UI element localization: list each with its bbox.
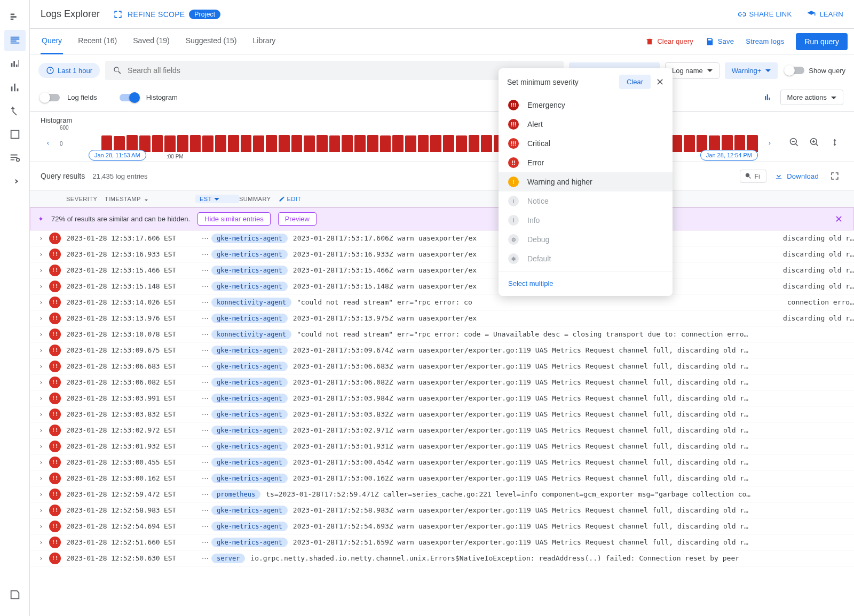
log-more-icon[interactable]: ⋯ bbox=[199, 266, 211, 274]
severity-item-debug[interactable]: ⚙Debug bbox=[499, 230, 673, 249]
severity-item-info[interactable]: iInfo bbox=[499, 211, 673, 230]
log-row[interactable]: ›!!2023-01-28 12:52:54.694 EST⋯gke-metri… bbox=[30, 518, 854, 534]
log-row[interactable]: ›!!2023-01-28 12:53:15.466 EST⋯gke-metri… bbox=[30, 262, 854, 278]
log-row[interactable]: ›!!2023-01-28 12:53:01.932 EST⋯gke-metri… bbox=[30, 438, 854, 454]
log-source-tag[interactable]: gke-metrics-agent bbox=[211, 458, 288, 467]
hide-similar-button[interactable]: Hide similar entries bbox=[197, 212, 271, 226]
log-row[interactable]: ›!!2023-01-28 12:53:02.972 EST⋯gke-metri… bbox=[30, 422, 854, 438]
histogram-bar[interactable] bbox=[215, 135, 226, 152]
zoom-in-button[interactable] bbox=[806, 134, 823, 151]
histogram-bar[interactable] bbox=[392, 135, 404, 152]
histogram-start-marker[interactable]: Jan 28, 11:53 AM bbox=[89, 150, 146, 161]
show-query-toggle[interactable] bbox=[785, 67, 804, 74]
expand-icon[interactable]: › bbox=[35, 346, 47, 354]
log-source-tag[interactable]: gke-metrics-agent bbox=[211, 410, 288, 419]
log-row[interactable]: ›!!2023-01-28 12:52:59.472 EST⋯prometheu… bbox=[30, 486, 854, 502]
histogram-bar[interactable] bbox=[481, 135, 492, 152]
expand-icon[interactable]: › bbox=[35, 458, 47, 466]
log-source-tag[interactable]: gke-metrics-agent bbox=[211, 362, 288, 371]
histogram-bar[interactable] bbox=[266, 135, 277, 152]
histogram-bar[interactable] bbox=[354, 135, 366, 152]
tab-library[interactable]: Library bbox=[252, 29, 277, 54]
log-more-icon[interactable]: ⋯ bbox=[199, 282, 211, 290]
expand-icon[interactable]: › bbox=[35, 474, 47, 482]
histogram-bar[interactable] bbox=[291, 135, 303, 152]
severity-item-default[interactable]: ✱Default bbox=[499, 249, 673, 268]
tab-query[interactable]: Query bbox=[41, 29, 63, 54]
severity-item-warning[interactable]: !Warning and higher bbox=[499, 172, 673, 191]
run-query-button[interactable]: Run query bbox=[796, 33, 848, 50]
log-source-tag[interactable]: gke-metrics-agent bbox=[211, 506, 288, 515]
log-more-icon[interactable]: ⋯ bbox=[199, 506, 211, 514]
histogram-next-button[interactable]: › bbox=[762, 135, 777, 150]
create-metric-button[interactable] bbox=[763, 93, 773, 102]
histogram-bar[interactable] bbox=[304, 135, 315, 152]
expand-vertical-button[interactable] bbox=[826, 134, 843, 151]
log-source-tag[interactable]: gke-metrics-agent bbox=[211, 538, 288, 547]
share-link-button[interactable]: SHARE LINK bbox=[737, 10, 792, 19]
time-range-chip[interactable]: Last 1 hour bbox=[38, 63, 100, 78]
expand-icon[interactable]: › bbox=[35, 426, 47, 434]
log-more-icon[interactable]: ⋯ bbox=[199, 362, 211, 370]
log-source-tag[interactable]: prometheus bbox=[211, 490, 260, 499]
histogram-bar[interactable] bbox=[671, 135, 682, 152]
histogram-bar[interactable] bbox=[317, 135, 328, 152]
learn-button[interactable]: LEARN bbox=[806, 10, 843, 19]
zoom-out-button[interactable] bbox=[786, 134, 803, 151]
search-field[interactable] bbox=[128, 66, 556, 75]
log-row[interactable]: ›!!2023-01-28 12:53:17.606 EST⋯gke-metri… bbox=[30, 230, 854, 246]
log-rows-container[interactable]: ›!!2023-01-28 12:53:17.606 EST⋯gke-metri… bbox=[30, 230, 854, 616]
preview-similar-button[interactable]: Preview bbox=[278, 212, 317, 226]
log-more-icon[interactable]: ⋯ bbox=[199, 458, 211, 466]
histogram-end-marker[interactable]: Jan 28, 12:54 PM bbox=[700, 150, 758, 161]
expand-icon[interactable]: › bbox=[35, 442, 47, 450]
log-row[interactable]: ›!!2023-01-28 12:53:10.078 EST⋯konnectiv… bbox=[30, 326, 854, 342]
rail-metrics-icon[interactable] bbox=[4, 53, 26, 75]
histogram-bar[interactable] bbox=[443, 135, 454, 152]
log-more-icon[interactable]: ⋯ bbox=[199, 346, 211, 354]
log-row[interactable]: ›!!2023-01-28 12:52:50.630 EST⋯serverio.… bbox=[30, 550, 854, 566]
log-more-icon[interactable]: ⋯ bbox=[199, 234, 211, 242]
log-source-tag[interactable]: gke-metrics-agent bbox=[211, 282, 288, 291]
histogram-bar[interactable] bbox=[430, 135, 441, 152]
log-row[interactable]: ›!!2023-01-28 12:53:16.933 EST⋯gke-metri… bbox=[30, 246, 854, 262]
fullscreen-button[interactable] bbox=[826, 167, 843, 185]
histogram-bar[interactable] bbox=[380, 135, 391, 152]
expand-icon[interactable]: › bbox=[35, 330, 47, 338]
severity-clear-button[interactable]: Clear bbox=[619, 75, 651, 89]
log-source-tag[interactable]: gke-metrics-agent bbox=[211, 426, 288, 435]
rail-logo-icon[interactable] bbox=[4, 6, 26, 28]
log-fields-toggle[interactable] bbox=[41, 94, 60, 101]
log-more-icon[interactable]: ⋯ bbox=[199, 298, 211, 306]
expand-icon[interactable]: › bbox=[35, 266, 47, 274]
expand-icon[interactable]: › bbox=[35, 410, 47, 418]
stream-logs-button[interactable]: Stream logs bbox=[746, 37, 784, 45]
severity-item-notice[interactable]: iNotice bbox=[499, 191, 673, 211]
select-multiple-link[interactable]: Select multiple bbox=[499, 271, 673, 292]
histogram-bar[interactable] bbox=[228, 135, 239, 152]
expand-icon[interactable]: › bbox=[35, 522, 47, 530]
tab-suggested[interactable]: Suggested (15) bbox=[185, 29, 238, 54]
rail-logs-icon[interactable] bbox=[4, 30, 26, 51]
expand-icon[interactable]: › bbox=[35, 250, 47, 258]
log-more-icon[interactable]: ⋯ bbox=[199, 474, 211, 482]
search-input[interactable] bbox=[105, 61, 563, 80]
more-actions-button[interactable]: More actions bbox=[780, 90, 843, 105]
log-more-icon[interactable]: ⋯ bbox=[199, 394, 211, 402]
save-button[interactable]: Save bbox=[705, 37, 734, 46]
log-row[interactable]: ›!!2023-01-28 12:53:09.675 EST⋯gke-metri… bbox=[30, 342, 854, 358]
log-source-tag[interactable]: gke-metrics-agent bbox=[211, 378, 288, 387]
log-row[interactable]: ›!!2023-01-28 12:53:06.683 EST⋯gke-metri… bbox=[30, 358, 854, 374]
histogram-bar[interactable] bbox=[177, 135, 188, 152]
tab-recent[interactable]: Recent (16) bbox=[77, 29, 118, 54]
log-more-icon[interactable]: ⋯ bbox=[199, 378, 211, 386]
expand-icon[interactable]: › bbox=[35, 538, 47, 546]
log-row[interactable]: ›!!2023-01-28 12:53:03.832 EST⋯gke-metri… bbox=[30, 406, 854, 422]
histogram-bar[interactable] bbox=[684, 135, 695, 152]
log-more-icon[interactable]: ⋯ bbox=[199, 314, 211, 322]
log-row[interactable]: ›!!2023-01-28 12:53:15.148 EST⋯gke-metri… bbox=[30, 278, 854, 294]
log-source-tag[interactable]: gke-metrics-agent bbox=[211, 266, 288, 275]
log-more-icon[interactable]: ⋯ bbox=[199, 250, 211, 258]
severity-item-critical[interactable]: !!!Critical bbox=[499, 134, 673, 153]
log-more-icon[interactable]: ⋯ bbox=[199, 442, 211, 450]
